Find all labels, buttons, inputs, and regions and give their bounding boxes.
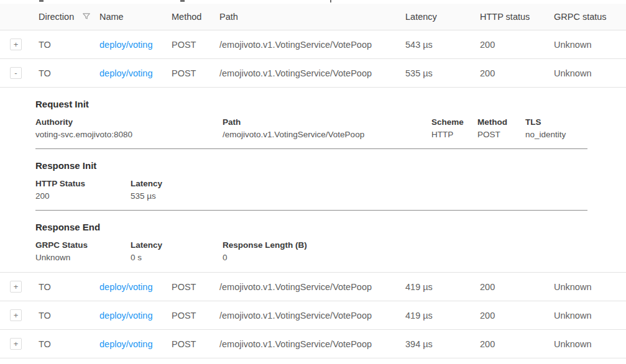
detail-field-value: 0 s xyxy=(131,253,223,262)
detail-field-value: POST xyxy=(477,130,525,139)
column-header-method[interactable]: Method xyxy=(172,12,219,22)
detail-field-label: Method xyxy=(477,117,525,127)
detail-field-label: Scheme xyxy=(431,117,477,127)
direction-cell: TO xyxy=(39,311,99,321)
detail-section: Response Init HTTP Status 200 Latency 53… xyxy=(35,149,587,211)
direction-cell: TO xyxy=(39,339,99,349)
detail-field: Latency 0 s xyxy=(131,240,223,262)
path-cell: /emojivoto.v1.VotingService/VotePoop xyxy=(219,68,405,78)
detail-field: Response Length (B) 0 xyxy=(223,240,587,262)
table-header-row: Direction Name Method Path Latency HTTP … xyxy=(0,4,626,30)
detail-field-label: TLS xyxy=(525,117,587,127)
resource-link[interactable]: deploy/voting xyxy=(99,311,152,321)
path-cell: /emojivoto.v1.VotingService/VotePoop xyxy=(219,40,405,50)
path-cell: /emojivoto.v1.VotingService/VotePoop xyxy=(219,339,405,349)
clipped-text-fragment xyxy=(180,0,185,2)
expand-toggle-button[interactable]: + xyxy=(10,338,22,350)
direction-cell: TO xyxy=(39,68,99,78)
resource-link[interactable]: deploy/voting xyxy=(99,339,152,349)
detail-field-label: HTTP Status xyxy=(35,179,131,188)
expand-toggle-button[interactable]: + xyxy=(10,281,22,293)
table-row: - TO deploy/voting POST /emojivoto.v1.Vo… xyxy=(0,59,626,88)
detail-fields: Authority voting-svc.emojivoto:8080 Path… xyxy=(35,117,587,139)
latency-cell: 394 µs xyxy=(405,339,480,349)
method-cell: POST xyxy=(172,68,219,78)
detail-section-title: Response Init xyxy=(35,160,587,171)
tap-results-table: Direction Name Method Path Latency HTTP … xyxy=(0,0,626,364)
column-header-name[interactable]: Name xyxy=(99,12,172,22)
method-cell: POST xyxy=(172,311,219,321)
detail-field-label: Path xyxy=(223,117,431,127)
detail-field-label: GRPC Status xyxy=(35,240,131,250)
detail-field-label: Latency xyxy=(131,240,223,250)
detail-field-value: 0 xyxy=(223,253,587,262)
detail-field: Latency 535 µs xyxy=(131,179,587,201)
filter-funnel-icon[interactable] xyxy=(82,12,91,22)
latency-cell: 543 µs xyxy=(405,40,480,50)
table-body: + TO deploy/voting POST /emojivoto.v1.Vo… xyxy=(0,30,626,358)
grpc-status-cell: Unknown xyxy=(554,311,626,321)
column-header-latency[interactable]: Latency xyxy=(405,12,480,22)
detail-field: GRPC Status Unknown xyxy=(35,240,131,262)
detail-field-label: Authority xyxy=(35,117,223,127)
http-status-cell: 200 xyxy=(480,282,554,292)
detail-field-value: Unknown xyxy=(35,253,131,262)
column-header-direction[interactable]: Direction xyxy=(39,12,99,22)
latency-cell: 535 µs xyxy=(405,68,480,78)
table-row: + TO deploy/voting POST /emojivoto.v1.Vo… xyxy=(0,301,626,330)
expanded-row-detail: Request Init Authority voting-svc.emojiv… xyxy=(0,88,626,273)
detail-field-label: Latency xyxy=(131,179,587,188)
detail-fields: HTTP Status 200 Latency 535 µs xyxy=(35,179,587,201)
detail-field: Authority voting-svc.emojivoto:8080 xyxy=(35,117,223,139)
latency-cell: 419 µs xyxy=(405,282,480,292)
http-status-cell: 200 xyxy=(480,40,554,50)
detail-field-value: voting-svc.emojivoto:8080 xyxy=(35,130,223,139)
path-cell: /emojivoto.v1.VotingService/VotePoop xyxy=(219,282,405,292)
column-header-path[interactable]: Path xyxy=(219,12,405,22)
expand-toggle-button[interactable]: + xyxy=(10,309,22,321)
column-header-grpc-status[interactable]: GRPC status xyxy=(554,12,626,22)
http-status-cell: 200 xyxy=(480,339,554,349)
path-cell: /emojivoto.v1.VotingService/VotePoop xyxy=(219,311,405,321)
detail-section: Response End GRPC Status Unknown Latency… xyxy=(35,211,587,262)
expand-toggle-button[interactable]: - xyxy=(10,67,22,79)
detail-field-value: 535 µs xyxy=(131,191,587,201)
direction-cell: TO xyxy=(39,40,99,50)
detail-field: Path /emojivoto.v1.VotingService/VotePoo… xyxy=(223,117,431,139)
method-cell: POST xyxy=(172,339,219,349)
clipped-text-row xyxy=(0,0,626,4)
detail-field: HTTP Status 200 xyxy=(35,179,131,201)
column-header-http-status[interactable]: HTTP status xyxy=(480,12,554,22)
grpc-status-cell: Unknown xyxy=(554,68,626,78)
table-row: + TO deploy/voting POST /emojivoto.v1.Vo… xyxy=(0,273,626,301)
detail-fields: GRPC Status Unknown Latency 0 s Response… xyxy=(35,240,587,262)
detail-field-value: no_identity xyxy=(525,130,587,139)
column-header-direction-label: Direction xyxy=(39,12,74,22)
detail-field: TLS no_identity xyxy=(525,117,587,139)
grpc-status-cell: Unknown xyxy=(554,40,626,50)
table-row: + TO deploy/voting POST /emojivoto.v1.Vo… xyxy=(0,330,626,358)
http-status-cell: 200 xyxy=(480,311,554,321)
detail-section: Request Init Authority voting-svc.emojiv… xyxy=(35,88,587,149)
detail-field-value: 200 xyxy=(35,191,131,201)
clipped-text-fragment xyxy=(330,0,331,2)
method-cell: POST xyxy=(172,40,219,50)
detail-section-title: Request Init xyxy=(35,99,587,109)
detail-field: Method POST xyxy=(477,117,525,139)
resource-link[interactable]: deploy/voting xyxy=(99,68,152,78)
detail-field: Scheme HTTP xyxy=(431,117,477,139)
detail-field-label: Response Length (B) xyxy=(223,240,587,250)
expand-toggle-button[interactable]: + xyxy=(10,39,22,50)
detail-section-title: Response End xyxy=(35,222,587,232)
resource-link[interactable]: deploy/voting xyxy=(99,282,152,292)
detail-field-value: /emojivoto.v1.VotingService/VotePoop xyxy=(223,130,431,139)
method-cell: POST xyxy=(172,282,219,292)
grpc-status-cell: Unknown xyxy=(554,282,626,292)
resource-link[interactable]: deploy/voting xyxy=(99,40,152,50)
grpc-status-cell: Unknown xyxy=(554,339,626,349)
clipped-text-fragment xyxy=(39,0,44,2)
latency-cell: 419 µs xyxy=(405,311,480,321)
detail-field-value: HTTP xyxy=(431,130,477,139)
http-status-cell: 200 xyxy=(480,68,554,78)
table-row: + TO deploy/voting POST /emojivoto.v1.Vo… xyxy=(0,30,626,59)
